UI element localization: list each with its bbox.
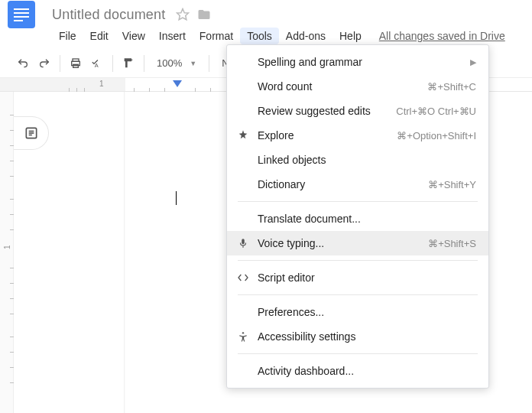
- redo-button[interactable]: [35, 54, 54, 73]
- menu-translate[interactable]: Translate document...: [227, 206, 488, 231]
- undo-button[interactable]: [14, 54, 32, 73]
- menu-spelling-grammar[interactable]: Spelling and grammar ▶: [227, 50, 488, 74]
- svg-text:A: A: [95, 62, 99, 69]
- menu-file[interactable]: File: [52, 28, 83, 44]
- menu-word-count[interactable]: Word count ⌘+Shift+C: [227, 74, 488, 99]
- menu-separator: [238, 353, 478, 354]
- menu-format[interactable]: Format: [193, 28, 240, 44]
- menu-preferences[interactable]: Preferences...: [227, 300, 488, 324]
- accessibility-icon: [236, 330, 250, 343]
- menu-dictionary[interactable]: Dictionary ⌘+Shift+Y: [227, 172, 488, 197]
- menu-script-editor[interactable]: Script editor: [227, 265, 488, 290]
- menu-tools[interactable]: Tools: [240, 28, 279, 44]
- menu-insert[interactable]: Insert: [152, 28, 193, 44]
- menu-accessibility[interactable]: Accessibility settings: [227, 324, 488, 349]
- svg-point-10: [242, 332, 244, 333]
- spellcheck-button[interactable]: A: [88, 54, 106, 73]
- separator: [144, 55, 144, 72]
- chevron-down-icon: ▼: [190, 60, 196, 67]
- svg-rect-3: [73, 64, 79, 67]
- menu-view[interactable]: View: [115, 28, 152, 44]
- submenu-arrow-icon: ▶: [470, 57, 476, 67]
- explore-icon: [236, 128, 250, 142]
- menu-addons[interactable]: Add-ons: [279, 28, 332, 44]
- microphone-icon: [236, 236, 250, 250]
- menu-separator: [238, 260, 478, 261]
- paint-format-button[interactable]: [119, 54, 138, 73]
- save-status[interactable]: All changes saved in Drive: [379, 28, 505, 44]
- menu-separator: [238, 294, 478, 295]
- menu-voice-typing[interactable]: Voice typing... ⌘+Shift+S: [227, 231, 488, 255]
- separator: [209, 55, 209, 72]
- text-cursor: [176, 191, 177, 205]
- outline-toggle[interactable]: [14, 116, 49, 150]
- svg-marker-0: [177, 9, 189, 20]
- menu-explore[interactable]: Explore ⌘+Option+Shift+I: [227, 123, 488, 148]
- menu-edit[interactable]: Edit: [83, 28, 115, 44]
- menu-activity-dashboard[interactable]: Activity dashboard...: [227, 359, 488, 383]
- vertical-ruler[interactable]: 1: [0, 92, 14, 413]
- svg-rect-9: [242, 246, 243, 248]
- ruler-label: 1: [99, 80, 104, 88]
- print-button[interactable]: [66, 54, 85, 73]
- menu-linked-objects[interactable]: Linked objects: [227, 148, 488, 172]
- zoom-value: 100%: [157, 57, 182, 69]
- separator: [112, 55, 113, 72]
- document-title[interactable]: Untitled document: [52, 7, 165, 23]
- tools-dropdown: Spelling and grammar ▶ Word count ⌘+Shif…: [226, 44, 489, 389]
- folder-icon[interactable]: [197, 8, 211, 21]
- script-icon: [236, 271, 250, 285]
- star-icon[interactable]: [176, 8, 190, 21]
- zoom-select[interactable]: 100% ▼: [151, 54, 203, 73]
- docs-logo[interactable]: [8, 1, 35, 28]
- menu-help[interactable]: Help: [332, 28, 368, 44]
- menu-review-edits[interactable]: Review suggested edits Ctrl+⌘O Ctrl+⌘U: [227, 99, 488, 123]
- separator: [60, 55, 60, 72]
- menu-separator: [238, 201, 478, 202]
- indent-marker[interactable]: [173, 80, 182, 87]
- vruler-label: 1: [3, 245, 11, 249]
